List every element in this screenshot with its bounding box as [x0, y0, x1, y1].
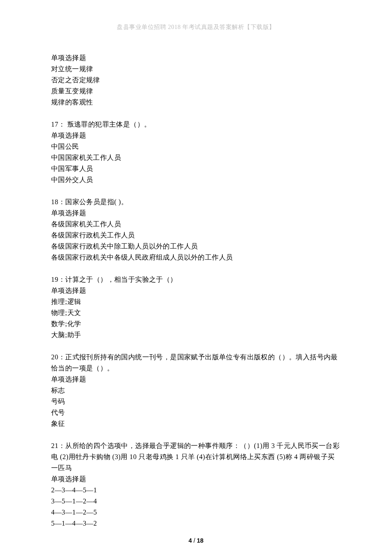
question-type: 单项选择题 [51, 474, 341, 485]
page-sep: / [192, 537, 197, 544]
question-19: 19：计算之于（），相当于实验之于（） 单项选择题 推理;逻辑 物理;天文 数学… [51, 274, 341, 341]
question-stem: 21：从所给的四个选项中，选择最合乎逻辑的一种事件顺序：（）(1)用 3 千元人… [51, 440, 341, 474]
question-16-tail: 单项选择题 对立统一规律 否定之否定规律 质量互变规律 规律的客观性 [51, 52, 341, 108]
document-page: 盘县事业单位招聘 2018 年考试真题及答案解析【下载版】 单项选择题 对立统一… [0, 0, 392, 555]
option: 代号 [51, 407, 341, 418]
question-type: 单项选择题 [51, 285, 341, 296]
option: 中国军事人员 [51, 163, 341, 174]
question-type: 单项选择题 [51, 52, 341, 64]
option: 3—5—1—2—4 [51, 496, 341, 507]
page-total: 18 [197, 537, 204, 544]
option: 5—1—4—3—2 [51, 518, 341, 529]
question-17: 17： 叛逃罪的犯罪主体是（）。 单项选择题 中国公民 中国国家机关工作人员 中… [51, 119, 341, 185]
option: 物理;天文 [51, 307, 341, 318]
option: 中国外交人员 [51, 174, 341, 185]
question-18: 18：国家公务员是指( )。 单项选择题 各级国家机关工作人员 各级国家行政机关… [51, 197, 341, 263]
question-stem: 20：正式报刊所持有的国内统一刊号，是国家赋予出版单位专有出版权的（）。填入括号… [51, 352, 341, 374]
option: 规律的客观性 [51, 97, 341, 108]
question-20: 20：正式报刊所持有的国内统一刊号，是国家赋予出版单位专有出版权的（）。填入括号… [51, 352, 341, 429]
question-type: 单项选择题 [51, 374, 341, 385]
option: 2—3—4—5—1 [51, 485, 341, 496]
option: 各级国家行政机关中除工勤人员以外的工作人员 [51, 241, 341, 252]
option: 中国国家机关工作人员 [51, 152, 341, 163]
option: 中国公民 [51, 141, 341, 152]
option: 各级国家机关工作人员 [51, 219, 341, 230]
question-stem: 18：国家公务员是指( )。 [51, 197, 341, 208]
option: 推理;逻辑 [51, 296, 341, 307]
question-type: 单项选择题 [51, 130, 341, 141]
option: 各级国家行政机关中各级人民政府组成人员以外的工作人员 [51, 252, 341, 263]
question-type: 单项选择题 [51, 208, 341, 219]
page-header: 盘县事业单位招聘 2018 年考试真题及答案解析【下载版】 [51, 23, 341, 31]
option: 质量互变规律 [51, 86, 341, 97]
option: 数学;化学 [51, 318, 341, 330]
option: 对立统一规律 [51, 64, 341, 75]
question-stem: 19：计算之于（），相当于实验之于（） [51, 274, 341, 285]
option: 大脑;助手 [51, 330, 341, 341]
option: 象征 [51, 418, 341, 429]
option: 否定之否定规律 [51, 75, 341, 86]
page-number: 4 / 18 [0, 537, 392, 544]
option: 各级国家行政机关工作人员 [51, 230, 341, 241]
question-stem: 17： 叛逃罪的犯罪主体是（）。 [51, 119, 341, 130]
option: 标志 [51, 385, 341, 396]
option: 号码 [51, 396, 341, 407]
document-body: 单项选择题 对立统一规律 否定之否定规律 质量互变规律 规律的客观性 17： 叛… [51, 52, 341, 529]
question-21: 21：从所给的四个选项中，选择最合乎逻辑的一种事件顺序：（）(1)用 3 千元人… [51, 440, 341, 529]
option: 4—3—1—2—5 [51, 507, 341, 518]
